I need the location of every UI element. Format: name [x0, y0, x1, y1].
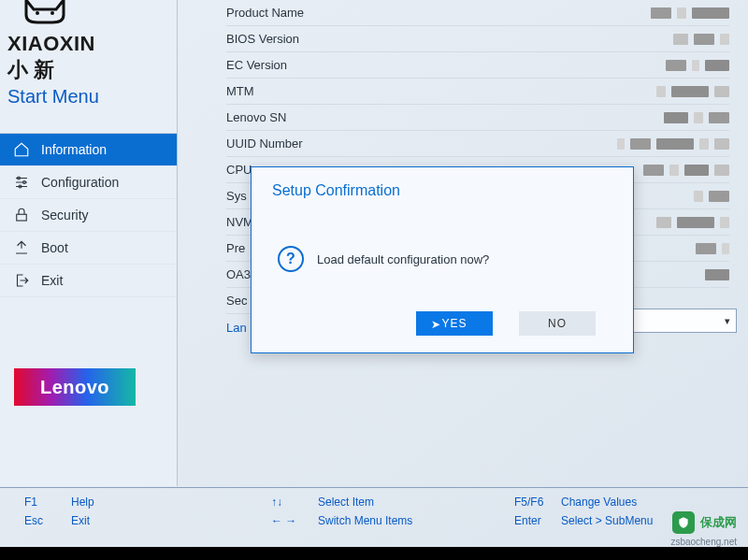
sidebar-item-boot[interactable]: Boot: [0, 232, 177, 265]
hotkey: ← →: [271, 514, 301, 527]
chevron-down-icon: ▾: [725, 315, 730, 327]
field-label: Lenovo SN: [226, 110, 286, 124]
bezel: [0, 547, 748, 560]
field-label: Lan: [226, 321, 247, 335]
sidebar-item-label: Configuration: [41, 175, 119, 190]
hotkey-label: Select > SubMenu: [561, 514, 653, 527]
field-uuid-number: UUID Number: [226, 131, 729, 157]
svg-rect-5: [17, 214, 27, 221]
sidebar-nav: Information Configuration Security Boot …: [0, 133, 177, 297]
lenovo-logo: Lenovo: [14, 368, 136, 406]
field-label: OA3: [226, 267, 251, 281]
field-bios-version: BIOS Version: [226, 26, 729, 52]
sidebar-item-security[interactable]: Security: [0, 199, 177, 232]
footer-help-bar: F1Help EscExit ↑↓Select Item ← →Switch M…: [0, 487, 748, 539]
hotkey: F1: [24, 495, 54, 509]
brand-text-1: XIAOXIN: [7, 32, 95, 56]
boot-icon: [13, 239, 30, 256]
field-label: Product Name: [226, 6, 304, 20]
field-label: EC Version: [226, 58, 287, 72]
hotkey-label: Help: [71, 495, 94, 509]
sidebar-item-information[interactable]: Information: [0, 134, 177, 166]
field-value-obscured: [694, 191, 729, 202]
field-label: MTM: [226, 84, 254, 98]
field-value-obscured: [617, 138, 729, 150]
sidebar-item-label: Exit: [41, 273, 63, 288]
brand-cat-icon: [7, 0, 82, 32]
field-product-name: Product Name: [226, 0, 729, 26]
field-value-obscured: [656, 217, 729, 228]
dialog-message: Load default configuration now?: [317, 252, 489, 266]
field-mtm: MTM: [226, 79, 729, 105]
hotkey: Enter: [514, 514, 544, 527]
field-ec-version: EC Version: [226, 52, 729, 79]
field-label: UUID Number: [226, 136, 303, 151]
hotkey: ↑↓: [271, 495, 301, 509]
start-menu-label: Start Menu: [7, 86, 99, 108]
sliders-icon: [13, 174, 30, 191]
brand-block: XIAOXIN 小 新 Start Menu: [0, 0, 177, 133]
field-label: BIOS Version: [226, 32, 299, 46]
svg-point-0: [36, 11, 39, 15]
shield-icon: [672, 511, 695, 534]
sidebar-item-label: Information: [41, 142, 107, 157]
field-label: Sys: [226, 189, 247, 203]
sidebar-item-configuration[interactable]: Configuration: [0, 166, 177, 199]
yes-button[interactable]: ➤ YES: [416, 311, 493, 336]
question-icon: ?: [278, 246, 304, 272]
hotkey-label: Switch Menu Items: [318, 514, 412, 527]
sidebar: XIAOXIN 小 新 Start Menu Information Confi…: [0, 0, 178, 486]
sidebar-item-label: Security: [41, 208, 89, 223]
field-label: NVM: [226, 215, 253, 229]
hotkey-label: Select Item: [318, 495, 374, 509]
field-lenovo-sn: Lenovo SN: [226, 105, 729, 131]
hotkey-label: Change Values: [561, 495, 637, 509]
hotkey: F5/F6: [514, 495, 544, 509]
field-value-obscured: [656, 86, 729, 97]
field-label: Pre: [226, 241, 245, 255]
lock-icon: [13, 207, 30, 223]
field-value-obscured: [673, 34, 729, 45]
field-value-obscured: [696, 243, 729, 254]
svg-point-1: [50, 11, 54, 15]
hotkey: Esc: [24, 514, 54, 527]
watermark-sub: zsbaocheng.net: [670, 537, 737, 547]
exit-icon: [13, 272, 30, 289]
dialog-title: Setup Confirmation: [252, 167, 633, 207]
field-value-obscured: [651, 7, 729, 19]
sidebar-item-label: Boot: [41, 240, 68, 255]
field-value-obscured: [664, 112, 729, 123]
watermark: 保成网: [672, 511, 737, 534]
no-button[interactable]: NO: [519, 311, 596, 336]
hotkey-label: Exit: [71, 514, 90, 527]
field-value-obscured: [643, 165, 729, 176]
field-value-obscured: [705, 269, 729, 280]
cursor-icon: ➤: [431, 318, 441, 331]
sidebar-item-exit[interactable]: Exit: [0, 265, 177, 297]
field-value-obscured: [666, 60, 729, 71]
home-icon: [13, 141, 30, 158]
brand-text-2: 小 新: [7, 56, 54, 84]
field-label: Sec: [226, 294, 247, 308]
field-label: CPU: [226, 163, 252, 177]
setup-confirmation-dialog: Setup Confirmation ? Load default config…: [251, 166, 634, 353]
watermark-text: 保成网: [700, 514, 737, 531]
